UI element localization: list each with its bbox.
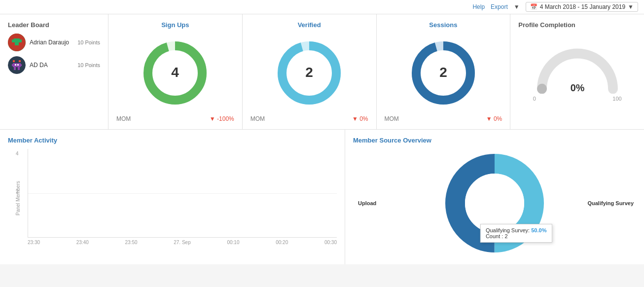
verified-donut-wrap: 2 — [250, 34, 368, 112]
x-labels: 23:30 23:40 23:50 27. Sep 00:10 00:20 00… — [28, 240, 337, 245]
verified-title: Verified — [250, 21, 368, 29]
svg-rect-5 — [13, 43, 15, 45]
leader-name: AD DA — [30, 62, 73, 69]
svg-text:2: 2 — [305, 65, 313, 80]
sessions-card: Sessions 2 MOM ▼ 0% — [377, 14, 511, 129]
x-label-4: 27. Sep — [174, 240, 190, 245]
member-source-title: Member Source Overview — [353, 137, 636, 144]
sign-ups-mom-value: ▼ -100% — [210, 115, 234, 122]
member-activity-card: Member Activity Panel Members 2 4 23:30 … — [0, 130, 345, 264]
tooltip-count: Count : 2 — [486, 233, 547, 239]
svg-rect-12 — [20, 64, 22, 66]
sessions-donut-chart: 2 — [409, 38, 478, 108]
y-label-2: 2 — [16, 189, 19, 194]
verified-mom-label: MOM — [250, 115, 265, 122]
top-row: Leader Board Adrian Daraujo 10 Points — [0, 14, 644, 130]
verified-mom-value: ▼ 0% — [352, 115, 368, 122]
svg-text:2: 2 — [439, 65, 447, 80]
export-link[interactable]: Export — [491, 3, 508, 10]
arrow-down-icon: ▼ — [352, 115, 358, 122]
tooltip-label: Qualifying Survey: 50.0% — [486, 227, 547, 233]
qualifying-survey-label: Qualifying Survey — [587, 200, 634, 206]
member-source-card: Member Source Overview Qualifying Survey… — [345, 130, 644, 264]
leader-points: 10 Points — [77, 39, 100, 45]
leader-board-title: Leader Board — [8, 21, 100, 29]
x-label-3: 23:50 — [125, 240, 138, 245]
help-link[interactable]: Help — [472, 3, 485, 10]
tooltip-percent: 50.0% — [531, 227, 546, 233]
svg-rect-14 — [18, 67, 20, 70]
arrow-down-icon: ▼ — [210, 115, 215, 122]
list-item: AD DA 10 Points — [8, 56, 100, 74]
date-chevron-icon: ▼ — [628, 3, 634, 10]
sign-ups-card: Sign Ups 4 MOM ▼ -100% — [108, 14, 243, 129]
sign-ups-title: Sign Ups — [116, 21, 234, 29]
sign-ups-donut-chart: 4 — [141, 38, 210, 108]
avatar-img — [8, 34, 26, 51]
profile-completion-title: Profile Completion — [518, 21, 636, 29]
x-label-7: 00:30 — [324, 240, 337, 245]
svg-rect-15 — [15, 64, 16, 66]
x-label-6: 00:20 — [276, 240, 288, 245]
arrow-down-icon: ▼ — [486, 115, 492, 122]
svg-text:4: 4 — [172, 65, 179, 80]
svg-rect-4 — [15, 42, 19, 45]
member-activity-title: Member Activity — [8, 137, 337, 144]
sessions-title: Sessions — [385, 21, 502, 29]
y-label-4: 4 — [16, 151, 19, 156]
bottom-row: Member Activity Panel Members 2 4 23:30 … — [0, 130, 644, 264]
verified-donut-chart: 2 — [275, 38, 344, 108]
svg-rect-16 — [17, 64, 19, 66]
avatar — [8, 56, 26, 74]
svg-rect-13 — [14, 67, 16, 70]
leader-name: Adrian Daraujo — [30, 39, 73, 46]
date-range-label: 4 March 2018 - 15 January 2019 — [540, 3, 625, 10]
sign-ups-mom-row: MOM ▼ -100% — [116, 115, 234, 122]
gauge-labels: 0 100 — [533, 96, 622, 102]
leader-points: 10 Points — [77, 62, 100, 68]
y-axis-label: Panel Members — [15, 181, 21, 215]
avatar — [8, 34, 26, 51]
list-item: Adrian Daraujo 10 Points — [8, 34, 100, 51]
chart-area: Panel Members 2 4 23:30 23:40 23:50 27. … — [8, 149, 337, 248]
x-label-5: 00:10 — [227, 240, 239, 245]
tooltip-count-value: 2 — [504, 233, 507, 239]
leader-board-card: Leader Board Adrian Daraujo 10 Points — [0, 14, 108, 129]
verified-mom-row: MOM ▼ 0% — [250, 115, 368, 122]
sessions-mom-row: MOM ▼ 0% — [385, 115, 502, 122]
export-chevron-icon: ▼ — [514, 3, 520, 10]
svg-rect-6 — [19, 43, 21, 45]
sign-ups-mom-label: MOM — [116, 115, 131, 122]
gauge-chart: 0% — [533, 44, 622, 94]
svg-rect-8 — [13, 60, 15, 62]
calendar-icon: 📅 — [530, 3, 537, 10]
sessions-mom-value: ▼ 0% — [486, 115, 502, 122]
date-range-picker[interactable]: 📅 4 March 2018 - 15 January 2019 ▼ — [526, 2, 638, 12]
x-label-2: 23:40 — [76, 240, 89, 245]
svg-text:0%: 0% — [570, 82, 584, 93]
source-donut-chart — [435, 144, 554, 262]
sessions-mom-label: MOM — [385, 115, 399, 122]
svg-rect-3 — [14, 38, 20, 42]
sign-ups-donut-wrap: 4 — [116, 34, 234, 112]
x-label-1: 23:30 — [28, 240, 40, 245]
svg-rect-10 — [13, 63, 21, 67]
source-donut-wrap: Qualifying Survey: 50.0% Count : 2 Uploa… — [353, 149, 636, 257]
top-bar: Help Export ▼ 📅 4 March 2018 - 15 Januar… — [0, 0, 644, 14]
avatar-img2 — [8, 56, 26, 74]
gauge-min-label: 0 — [533, 96, 536, 102]
gauge-max-label: 100 — [612, 96, 621, 102]
upload-label: Upload — [358, 200, 376, 206]
verified-card: Verified 2 MOM ▼ 0% — [243, 14, 377, 129]
tooltip-box: Qualifying Survey: 50.0% Count : 2 — [480, 224, 552, 243]
profile-completion-card: Profile Completion 0% 0 100 — [510, 14, 644, 129]
svg-rect-11 — [12, 64, 14, 66]
sessions-donut-wrap: 2 — [385, 34, 502, 112]
svg-rect-9 — [19, 60, 21, 62]
gauge-wrap: 0% 0 100 — [518, 34, 636, 112]
